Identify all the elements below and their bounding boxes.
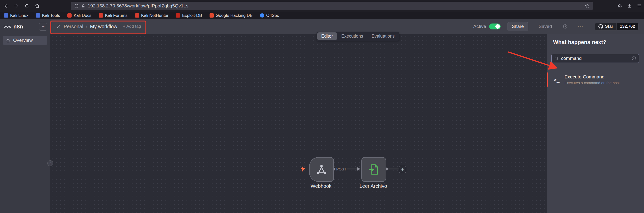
bookmark-label: Kali Docs <box>74 13 92 18</box>
extensions-icon[interactable] <box>618 3 622 8</box>
kali-docs-favicon <box>67 13 72 17</box>
clear-search-icon[interactable] <box>632 56 636 61</box>
tracking-protection-icon[interactable] <box>74 4 79 8</box>
github-star-widget[interactable]: Star 132,762 <box>595 23 638 30</box>
node-webhook[interactable] <box>309 157 334 182</box>
screen: 192.168.2.70:5678/workflow/pIPpoIZqbq5Qv… <box>0 0 644 213</box>
google-hacking-db-favicon <box>210 13 214 17</box>
kali-forums-favicon <box>99 13 103 17</box>
bookmark-label: Google Hacking DB <box>216 13 253 18</box>
view-tabs: Editor Executions Evaluations <box>316 32 399 41</box>
node-search-input[interactable] <box>561 56 630 61</box>
trigger-bolt-icon <box>300 166 306 173</box>
bookmark-kali-forums[interactable]: Kali Forums <box>99 13 128 18</box>
forward-button[interactable] <box>12 2 21 10</box>
more-options-button[interactable]: ⋯ <box>577 23 584 30</box>
sidebar-item-overview[interactable]: Overview <box>3 36 47 45</box>
sidebar-collapse-button[interactable]: ‹ <box>47 160 53 166</box>
terminal-icon: >_ <box>552 77 561 83</box>
header-actions: Active Share Saved ⋯ Star 132,762 <box>473 22 638 31</box>
logo-row: n8n + <box>0 19 50 33</box>
node-label-webhook: Webhook <box>294 183 348 189</box>
node-picker-panel: What happens next? >_ Execute Command Ex… <box>547 34 644 213</box>
bookmark-google-hacking-db[interactable]: Google Hacking DB <box>210 13 253 18</box>
brand-name: n8n <box>14 23 37 30</box>
read-file-icon <box>368 164 380 175</box>
person-icon <box>56 24 61 29</box>
bookmark-label: Kali Tools <box>42 13 60 18</box>
active-toggle-group: Active <box>473 23 500 29</box>
search-results: >_ Execute Command Executes a command on… <box>547 71 644 88</box>
reload-button[interactable] <box>22 2 31 10</box>
history-icon[interactable] <box>563 24 568 29</box>
bookmarks-bar: Kali Linux Kali Tools Kali Docs Kali For… <box>0 12 644 19</box>
bookmark-label: Kali NetHunter <box>141 13 169 18</box>
node-leer-archivo[interactable] <box>362 157 386 182</box>
exploit-db-favicon <box>176 13 180 17</box>
sidebar-item-label: Overview <box>13 38 33 43</box>
bookmark-label: Kali Forums <box>105 13 128 18</box>
github-icon <box>598 24 603 29</box>
bookmark-label: OffSec <box>266 13 279 18</box>
github-star-label: Star <box>605 24 613 29</box>
browser-toolbar: 192.168.2.70:5678/workflow/pIPpoIZqbq5Qv… <box>0 0 644 12</box>
url-bar[interactable]: 192.168.2.70:5678/workflow/pIPpoIZqbq5Qv… <box>71 2 593 10</box>
tab-executions[interactable]: Executions <box>337 32 367 40</box>
result-subtitle: Executes a command on the host <box>564 81 620 85</box>
n8n-logo-icon <box>4 24 11 29</box>
back-icon <box>4 3 8 8</box>
kali-linux-favicon <box>4 13 8 17</box>
bookmark-label: Kali Linux <box>10 13 28 18</box>
menu-icon[interactable] <box>637 3 642 8</box>
home-icon <box>35 3 40 8</box>
offsec-favicon <box>260 13 264 17</box>
github-star-button[interactable]: Star <box>595 23 616 30</box>
saved-status: Saved <box>539 24 552 29</box>
bookmark-offsec[interactable]: OffSec <box>260 13 279 18</box>
result-text: Execute Command Executes a command on th… <box>564 74 620 85</box>
breadcrumb-project[interactable]: Personal <box>64 24 83 29</box>
bookmark-exploit-db[interactable]: Exploit-DB <box>176 13 202 18</box>
reload-icon <box>24 3 29 8</box>
breadcrumb-separator: / <box>86 24 88 29</box>
bookmark-kali-tools[interactable]: Kali Tools <box>36 13 60 18</box>
home-button[interactable] <box>33 2 42 10</box>
url-text[interactable]: 192.168.2.70:5678/workflow/pIPpoIZqbq5Qv… <box>88 3 582 9</box>
lock-icon[interactable] <box>81 4 85 8</box>
breadcrumb: Personal / My workflow + Add tag <box>56 24 141 29</box>
result-title: Execute Command <box>564 74 620 80</box>
bookmark-label: Exploit-DB <box>182 13 202 18</box>
workflow-name[interactable]: My workflow <box>90 24 118 29</box>
home-overview-icon <box>6 38 10 43</box>
bookmark-star-icon[interactable] <box>585 3 590 8</box>
connection-label: POST <box>336 167 346 171</box>
toggle-knob <box>496 24 500 29</box>
workflow-canvas[interactable]: POST Webhook <box>50 34 547 213</box>
active-label: Active <box>473 24 486 29</box>
bookmark-kali-linux[interactable]: Kali Linux <box>4 13 28 18</box>
add-node-endpoint-button[interactable]: + <box>399 166 406 173</box>
downloads-icon[interactable] <box>627 3 632 8</box>
search-icon <box>554 56 559 61</box>
kali-tools-favicon <box>36 13 40 17</box>
tab-editor[interactable]: Editor <box>317 32 337 40</box>
forward-icon <box>14 3 19 8</box>
tab-evaluations[interactable]: Evaluations <box>368 32 398 40</box>
toolbar-right-icons <box>618 2 642 10</box>
bookmark-kali-nethunter[interactable]: Kali NetHunter <box>135 13 169 18</box>
hover-indicator-bar <box>547 72 548 87</box>
sidebar: n8n + Overview <box>0 19 50 213</box>
connection-arrowhead <box>357 167 360 171</box>
node-search-box[interactable] <box>551 54 639 63</box>
bookmark-kali-docs[interactable]: Kali Docs <box>67 13 92 18</box>
back-button[interactable] <box>2 2 10 10</box>
github-star-count[interactable]: 132,762 <box>617 23 638 30</box>
active-toggle[interactable] <box>489 23 500 29</box>
add-workflow-button[interactable]: + <box>39 23 47 31</box>
webhook-icon <box>316 164 327 175</box>
panel-title: What happens next? <box>553 39 606 45</box>
share-button[interactable]: Share <box>508 22 528 31</box>
add-tag-button[interactable]: + Add tag <box>123 24 141 29</box>
node-label-leer-archivo: Leer Archivo <box>346 183 400 189</box>
result-execute-command[interactable]: >_ Execute Command Executes a command on… <box>547 71 644 88</box>
